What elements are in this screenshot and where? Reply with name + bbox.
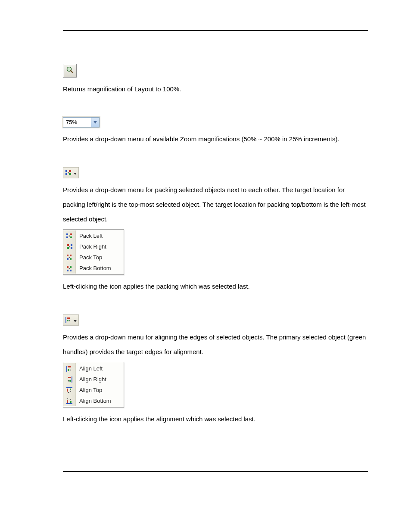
- svg-rect-16: [70, 255, 72, 256]
- align-bottom-icon: [63, 395, 76, 406]
- svg-rect-13: [67, 244, 69, 246]
- svg-rect-24: [67, 317, 70, 319]
- chevron-down-icon: [74, 316, 77, 324]
- svg-point-1: [68, 68, 70, 70]
- align-left-icon: [63, 363, 76, 374]
- menu-label: Align Right: [76, 376, 106, 383]
- pack-footer: Left-clicking the icon applies the packi…: [63, 279, 368, 294]
- menu-item-pack-left[interactable]: Pack Left: [63, 230, 124, 241]
- align-footer: Left-clicking the icon applies the align…: [63, 412, 368, 426]
- menu-item-align-left[interactable]: Align Left: [63, 363, 124, 374]
- svg-rect-14: [67, 247, 69, 249]
- pack-dropdown-button[interactable]: [63, 167, 79, 178]
- pack-intro: Provides a drop-down menu for packing se…: [63, 183, 368, 227]
- svg-rect-17: [67, 258, 68, 260]
- svg-rect-19: [67, 270, 68, 271]
- pack-bottom-icon: [63, 263, 76, 274]
- svg-rect-21: [67, 266, 68, 268]
- section-zoom-combo: 75% Provides a drop-down menu of availab…: [63, 117, 368, 146]
- svg-rect-25: [67, 320, 68, 321]
- bottom-rule: [63, 471, 368, 472]
- svg-rect-35: [66, 403, 72, 404]
- svg-rect-18: [70, 258, 72, 260]
- svg-rect-6: [69, 173, 71, 175]
- svg-point-28: [68, 369, 69, 370]
- menu-item-pack-right[interactable]: Pack Right: [63, 241, 124, 252]
- align-top-icon: [63, 385, 76, 395]
- pack-icon: [65, 169, 72, 176]
- svg-rect-30: [68, 377, 71, 378]
- svg-rect-29: [72, 376, 72, 383]
- menu-label: Pack Right: [76, 243, 106, 250]
- align-intro: Provides a drop-down menu for aligning t…: [63, 330, 368, 359]
- svg-rect-33: [67, 389, 68, 392]
- svg-rect-10: [70, 236, 72, 238]
- menu-item-pack-top[interactable]: Pack Top: [63, 252, 124, 263]
- align-icon: [65, 317, 72, 324]
- svg-rect-22: [70, 266, 72, 268]
- svg-line-2: [71, 71, 73, 73]
- magnifier-icon: [66, 66, 74, 75]
- svg-rect-9: [70, 233, 72, 235]
- menu-label: Pack Bottom: [76, 265, 111, 271]
- svg-rect-12: [71, 247, 72, 249]
- menu-label: Pack Top: [76, 254, 102, 261]
- menu-item-align-bottom[interactable]: Align Bottom: [63, 395, 124, 406]
- svg-rect-36: [67, 400, 68, 403]
- align-right-icon: [63, 374, 76, 385]
- svg-rect-20: [70, 270, 72, 271]
- svg-rect-11: [71, 244, 72, 246]
- document-page: Returns magnification of Layout to 100%.…: [0, 0, 411, 494]
- zoom-100-description: Returns magnification of Layout to 100%.: [63, 82, 368, 96]
- zoom-combo-description: Provides a drop-down menu of available Z…: [63, 132, 368, 146]
- menu-item-align-top[interactable]: Align Top: [63, 385, 124, 395]
- menu-label: Align Left: [76, 365, 103, 372]
- svg-rect-5: [69, 170, 71, 172]
- pack-right-icon: [63, 241, 76, 252]
- svg-rect-15: [67, 255, 68, 256]
- section-zoom-100: Returns magnification of Layout to 100%.: [63, 64, 368, 96]
- menu-item-pack-bottom[interactable]: Pack Bottom: [63, 263, 124, 274]
- menu-label: Align Top: [76, 387, 102, 393]
- svg-rect-34: [70, 389, 71, 390]
- svg-rect-3: [65, 170, 67, 172]
- zoom-level-combobox[interactable]: 75%: [63, 117, 100, 128]
- menu-label: Pack Left: [76, 233, 103, 239]
- align-menu: Align Left Align Right: [63, 362, 124, 408]
- svg-point-37: [70, 401, 72, 402]
- pack-top-icon: [63, 252, 76, 263]
- align-dropdown-button[interactable]: [63, 314, 79, 326]
- svg-rect-8: [66, 236, 68, 238]
- svg-point-31: [69, 380, 71, 381]
- svg-rect-7: [66, 233, 68, 235]
- zoom-100-button[interactable]: [63, 64, 77, 78]
- section-align: Provides a drop-down menu for aligning t…: [63, 314, 368, 426]
- svg-rect-23: [65, 317, 66, 323]
- svg-rect-32: [66, 387, 72, 388]
- chevron-down-icon: [91, 118, 99, 127]
- svg-rect-26: [66, 366, 67, 372]
- svg-rect-27: [68, 366, 71, 367]
- menu-item-align-right[interactable]: Align Right: [63, 374, 124, 385]
- menu-label: Align Bottom: [76, 398, 111, 404]
- section-pack: Provides a drop-down menu for packing se…: [63, 167, 368, 294]
- pack-left-icon: [63, 230, 76, 241]
- zoom-level-value: 75%: [63, 118, 91, 127]
- pack-menu: Pack Left Pack Right: [63, 229, 124, 275]
- svg-rect-4: [65, 173, 67, 175]
- chevron-down-icon: [74, 169, 77, 177]
